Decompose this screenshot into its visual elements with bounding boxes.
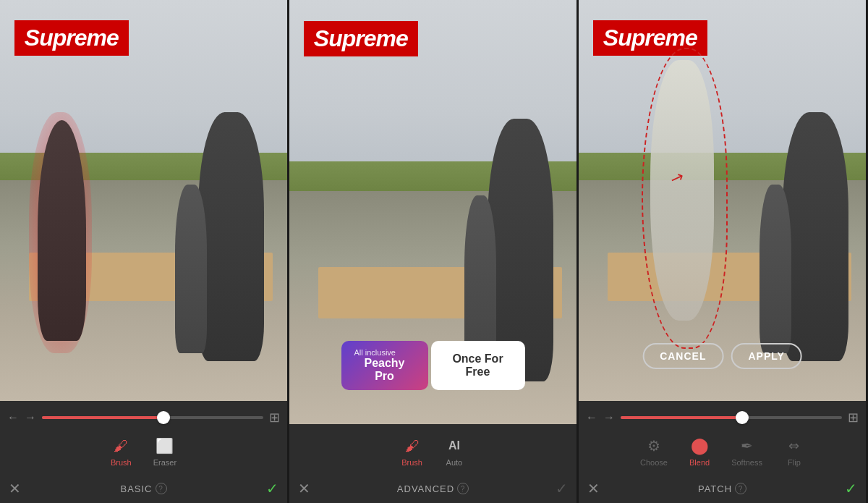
cancel-action-1[interactable]: ✕ bbox=[9, 480, 21, 497]
flip-label-3: Flip bbox=[788, 458, 801, 467]
help-icon-2[interactable]: ? bbox=[457, 483, 469, 494]
help-icon-1[interactable]: ? bbox=[156, 483, 167, 494]
supreme-logo-3: Supreme bbox=[593, 20, 707, 56]
eraser-label-1: Eraser bbox=[153, 458, 176, 467]
forward-arrow-1[interactable]: → bbox=[25, 411, 36, 424]
person-center-3 bbox=[783, 112, 848, 360]
bottom-bar-2: ✕ ADVANCED ? ✓ bbox=[289, 474, 576, 503]
cancel-button[interactable]: CANCEL bbox=[642, 343, 723, 369]
panel-1: Supreme ← → ⊞ 🖌 Brush bbox=[0, 0, 289, 503]
split-view-icon-3[interactable]: ⊞ bbox=[848, 410, 859, 426]
supreme-logo-2: Supreme bbox=[304, 21, 418, 56]
cancel-action-2[interactable]: ✕ bbox=[298, 480, 310, 497]
bottom-title-3: PATCH ? bbox=[698, 483, 746, 494]
auto-label-2: Auto bbox=[446, 458, 463, 467]
blend-tool-3[interactable]: ⬤ Blend bbox=[689, 436, 710, 467]
choose-icon-3: ⚙ bbox=[644, 436, 664, 456]
fill-preview bbox=[650, 60, 713, 321]
pro-line2: Peachy Pro bbox=[354, 357, 415, 383]
blend-icon-3: ⬤ bbox=[689, 436, 710, 456]
slider-fill-1 bbox=[42, 416, 163, 419]
toolbar-3: ← → ⊞ ⚙ Choose ⬤ Blend ✒ Softness ⇔ bbox=[579, 401, 866, 474]
person-left-1 bbox=[38, 120, 86, 341]
brush-label-2: Brush bbox=[401, 458, 422, 467]
bottom-bar-1: ✕ BASIC ? ✓ bbox=[0, 474, 287, 503]
panel-2: Supreme All inclusive Peachy Pro Once Fo… bbox=[289, 0, 579, 503]
confirm-action-1[interactable]: ✓ bbox=[266, 480, 278, 497]
choose-tool-3[interactable]: ⚙ Choose bbox=[640, 436, 668, 467]
blend-label-3: Blend bbox=[689, 458, 710, 467]
confirm-action-3[interactable]: ✓ bbox=[845, 480, 857, 497]
confirm-action-2[interactable]: ✓ bbox=[556, 480, 568, 497]
flip-icon-3: ⇔ bbox=[784, 436, 804, 456]
softness-tool-3[interactable]: ✒ Softness bbox=[731, 436, 762, 467]
brush-tool-2[interactable]: 🖌 Brush bbox=[401, 436, 422, 467]
slider-fill-3 bbox=[621, 416, 742, 419]
softness-label-3: Softness bbox=[731, 458, 762, 467]
brush-tool-1[interactable]: 🖌 Brush bbox=[111, 436, 132, 467]
forward-arrow-3[interactable]: → bbox=[603, 411, 615, 424]
person-center-1 bbox=[198, 112, 264, 360]
cancel-action-3[interactable]: ✕ bbox=[587, 480, 600, 497]
back-arrow-3[interactable]: ← bbox=[586, 411, 597, 424]
brush-label-1: Brush bbox=[111, 458, 132, 467]
bottom-bar-3: ✕ PATCH ? ✓ bbox=[579, 474, 866, 503]
panel-3: Supreme ↙ CANCEL APPLY ← → ⊞ bbox=[579, 0, 868, 503]
bottom-title-2: ADVANCED ? bbox=[397, 483, 469, 494]
photo-area-2: Supreme All inclusive Peachy Pro Once Fo… bbox=[289, 0, 576, 424]
flip-tool-3[interactable]: ⇔ Flip bbox=[784, 436, 804, 467]
slider-thumb-1[interactable] bbox=[157, 411, 170, 424]
person-right-3 bbox=[760, 185, 791, 353]
tool-row-1: 🖌 Brush ⬜ Eraser bbox=[7, 433, 280, 468]
ai-icon-2: AI bbox=[444, 436, 464, 456]
person-right-1 bbox=[175, 185, 207, 353]
slider-track-3[interactable] bbox=[621, 416, 842, 419]
brush-icon-1: 🖌 bbox=[111, 436, 131, 456]
supreme-logo-1: Supreme bbox=[14, 20, 129, 56]
eraser-icon-1: ⬜ bbox=[155, 436, 175, 456]
action-buttons: CANCEL APPLY bbox=[642, 343, 802, 369]
upgrade-overlay: All inclusive Peachy Pro Once For Free bbox=[341, 341, 525, 390]
slider-row-1: ← → ⊞ bbox=[7, 407, 280, 428]
toolbar-2: 🖌 Brush AI Auto bbox=[289, 424, 576, 474]
bottom-title-1: BASIC ? bbox=[120, 483, 166, 494]
choose-label-3: Choose bbox=[640, 458, 668, 467]
slider-row-3: ← → ⊞ bbox=[586, 407, 859, 428]
slider-track-1[interactable] bbox=[42, 416, 263, 419]
free-button[interactable]: Once For Free bbox=[431, 341, 525, 390]
tool-row-2: 🖌 Brush AI Auto bbox=[297, 430, 569, 468]
toolbar-1: ← → ⊞ 🖌 Brush ⬜ Eraser bbox=[0, 401, 287, 474]
photo-area-1: Supreme bbox=[0, 0, 287, 401]
tool-row-3: ⚙ Choose ⬤ Blend ✒ Softness ⇔ Flip bbox=[586, 433, 859, 468]
help-icon-3[interactable]: ? bbox=[735, 483, 746, 494]
eraser-tool-1[interactable]: ⬜ Eraser bbox=[153, 436, 176, 467]
back-arrow-1[interactable]: ← bbox=[7, 411, 19, 424]
photo-area-3: Supreme ↙ CANCEL APPLY bbox=[579, 0, 866, 401]
slider-thumb-3[interactable] bbox=[736, 411, 749, 424]
apply-button[interactable]: APPLY bbox=[731, 343, 801, 369]
split-view-icon-1[interactable]: ⊞ bbox=[269, 410, 280, 426]
brush-icon-2: 🖌 bbox=[402, 436, 422, 456]
softness-icon-3: ✒ bbox=[737, 436, 757, 456]
pro-upgrade-button[interactable]: All inclusive Peachy Pro bbox=[341, 341, 428, 390]
auto-tool-2[interactable]: AI Auto bbox=[444, 436, 464, 467]
pro-line1: All inclusive bbox=[354, 348, 396, 357]
